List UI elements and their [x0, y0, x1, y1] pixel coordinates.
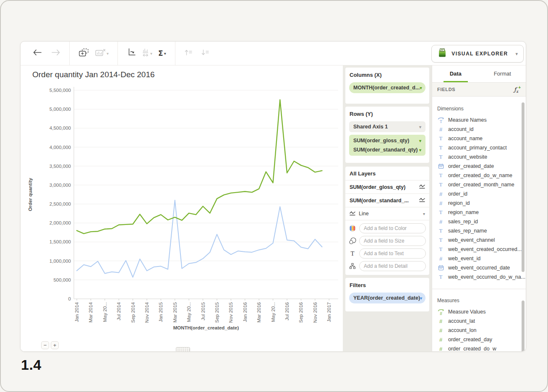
number-icon: # [439, 256, 442, 262]
field-item[interactable]: Tregion_name [437, 208, 526, 217]
field-item[interactable]: #order_created_do_w [437, 344, 526, 351]
chart-title: Order quantity Jan 2014-Dec 2016 [32, 70, 155, 79]
field-item[interactable]: #sales_rep_id [437, 217, 526, 226]
field-item[interactable]: #region_id [437, 199, 526, 208]
dimensions-scrollbar[interactable] [522, 102, 525, 272]
zoom-in-button[interactable]: + [51, 341, 59, 349]
svg-text:May 20...: May 20... [186, 302, 191, 322]
field-item-label: web_event_id [448, 256, 480, 261]
field-item[interactable]: Tweb_event_occurred_do_w_na... [437, 272, 526, 282]
svg-text:4,500,000: 4,500,000 [50, 125, 71, 131]
svg-text:Mar 2016: Mar 2016 [256, 302, 261, 323]
number-icon: # [439, 327, 442, 334]
svg-text:Order quantity: Order quantity [28, 178, 33, 211]
svg-text:Sep 2016: Sep 2016 [298, 302, 303, 323]
text-field-input[interactable]: Add a field to Text [359, 248, 426, 259]
filter-field-pill[interactable]: YEAR(order_created_date) ▾ [349, 293, 425, 303]
rows-field-pill[interactable]: SUM(order_standard_qty) ▾ [349, 145, 425, 154]
rows-field-pill[interactable]: SUM(order_gloss_qty) ▾ [349, 136, 425, 145]
columns-shelf-title: Columns (X) [350, 72, 425, 78]
field-item[interactable]: Tweb_event_created_occurred... [437, 245, 526, 254]
bar-width-button[interactable]: ▾ [139, 46, 155, 60]
resize-drag-handle[interactable] [176, 347, 190, 352]
number-icon: # [439, 219, 442, 225]
field-item[interactable]: Torder_created_do_w_name [437, 171, 526, 180]
size-slot-row: Add a field to Size [349, 236, 426, 246]
field-item[interactable]: #order_created_day [437, 335, 526, 344]
chevron-down-icon: ▾ [419, 148, 421, 152]
columns-field-pill[interactable]: MONTH(order_created_d... ▾ [349, 82, 425, 93]
back-button[interactable] [30, 46, 45, 60]
field-item-label: order_created_do_w_name [448, 172, 512, 178]
sort-descending-button[interactable] [198, 46, 212, 60]
filters-shelf: Filters YEAR(order_created_date) ▾ [345, 278, 429, 311]
sigma-icon: Σ [158, 49, 163, 57]
columns-shelf: Columns (X) MONTH(order_created_d... ▾ [345, 68, 429, 104]
field-item-label: account_website [448, 154, 487, 160]
text-icon: T [439, 274, 443, 280]
field-item[interactable]: Torder_created_month_name [437, 180, 526, 189]
measure-values-icon: # [438, 309, 444, 315]
field-item[interactable]: web_event_occurred_date [437, 263, 526, 272]
remove-chart-button[interactable]: ▾ [92, 46, 112, 60]
forward-button[interactable] [48, 46, 63, 60]
size-field-input[interactable]: Add a field to Size [359, 236, 426, 246]
field-item[interactable]: order_created_date [437, 162, 526, 171]
layer-row-standard[interactable]: SUM(order_standard_... [345, 194, 429, 207]
add-chart-button[interactable] [76, 46, 92, 60]
text-icon: T [439, 154, 443, 160]
color-icon [349, 225, 356, 232]
sort-ascending-button[interactable] [181, 46, 196, 60]
toolbar-separator [117, 42, 118, 65]
chevron-down-icon: ▾ [164, 51, 166, 56]
svg-text:Nov 2016: Nov 2016 [313, 302, 318, 323]
fields-panel: Data Format FIELDS ƒx+ Dimensions TMeasu… [432, 65, 526, 351]
field-item[interactable]: Taccount_primary_contact [437, 143, 526, 152]
swap-axes-button[interactable] [124, 46, 139, 60]
shared-axis-pill[interactable]: Shared Axis 1 ▾ [349, 121, 425, 132]
field-item[interactable]: Taccount_website [437, 152, 526, 162]
text-icon: T [439, 181, 443, 188]
measures-scrollbar[interactable] [522, 301, 525, 351]
detail-icon [349, 263, 356, 269]
number-icon: # [439, 318, 442, 324]
field-item-label: region_id [448, 200, 470, 206]
svg-text:Jul 2015: Jul 2015 [201, 302, 206, 320]
text-icon: T [439, 246, 443, 253]
shelves-panel: Columns (X) MONTH(order_created_d... ▾ R… [343, 65, 432, 351]
field-item[interactable]: Tweb_event_channel [437, 235, 526, 245]
field-item[interactable]: #web_event_id [437, 254, 526, 263]
tab-data[interactable]: Data [432, 65, 479, 82]
chevron-down-icon: ▾ [420, 86, 422, 90]
encoding-slots: Add a field to Color Add a field to Size… [345, 220, 429, 275]
chevron-down-icon: ▾ [419, 139, 421, 143]
field-item[interactable]: Taccount_name [437, 134, 526, 143]
field-item-label: region_name [448, 209, 479, 215]
field-item[interactable]: #account_id [437, 125, 526, 134]
add-calculated-field-button[interactable]: ƒx+ [514, 85, 521, 94]
chevron-down-icon: ▾ [423, 212, 425, 216]
field-item[interactable]: #order_id [437, 189, 526, 199]
detail-field-input[interactable]: Add a field to Detail [359, 261, 426, 271]
app-window: ▾ ▾ Σ ▾ VISUAL EXPLORER ▾ 0500,0 [20, 41, 526, 352]
text-icon: T [439, 209, 443, 216]
field-item[interactable]: #account_lon [437, 326, 526, 335]
field-item[interactable]: #account_lat [437, 316, 526, 326]
field-item[interactable]: TMeasure Names [437, 115, 526, 125]
visual-explorer-button[interactable]: VISUAL EXPLORER ▾ [431, 45, 524, 63]
mark-type-value: Line [359, 211, 369, 217]
version-label: 1.4 [21, 357, 42, 373]
field-item-label: order_created_month_name [448, 182, 514, 188]
number-icon: # [439, 191, 442, 197]
field-item[interactable]: Tsales_rep_name [437, 226, 526, 235]
color-field-input[interactable]: Add a field to Color [359, 223, 426, 233]
svg-text:Nov 2014: Nov 2014 [144, 302, 149, 323]
svg-text:May 20...: May 20... [271, 302, 276, 322]
aggregate-button[interactable]: Σ ▾ [155, 46, 169, 60]
tab-format[interactable]: Format [479, 65, 526, 82]
mark-type-select[interactable]: Line ▾ [345, 207, 429, 220]
field-item[interactable]: #Measure Values [437, 307, 526, 316]
svg-text:4,000,000: 4,000,000 [50, 145, 71, 150]
layer-row-gloss[interactable]: SUM(order_gloss_qty) [345, 180, 429, 194]
zoom-out-button[interactable]: − [41, 341, 49, 349]
